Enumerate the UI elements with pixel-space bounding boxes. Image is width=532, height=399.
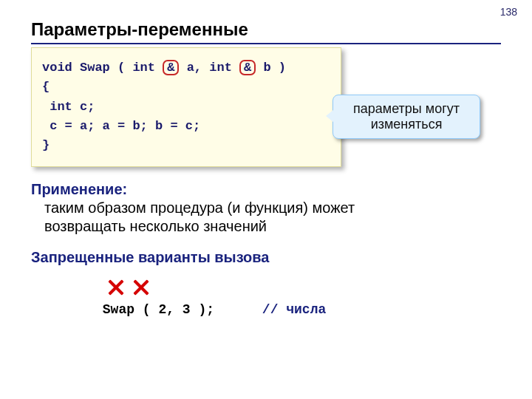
application-body-1: таким образом процедура (и функция) може… bbox=[44, 199, 501, 217]
code-line-1: void Swap ( int & a, int & b ) bbox=[42, 58, 327, 78]
forbidden-heading: Запрещенные варианты вызова bbox=[31, 249, 501, 266]
application-section: Применение: таким образом процедура (и ф… bbox=[31, 180, 501, 236]
application-lead: Применение: bbox=[31, 181, 127, 197]
cross-icon bbox=[133, 279, 149, 296]
callout-params-change: параметры могут изменяться bbox=[332, 95, 480, 139]
callout-line-2: изменяться bbox=[371, 117, 443, 132]
slide: 138 Параметры-переменные void Swap ( int… bbox=[0, 0, 532, 399]
code-line-3: int c; bbox=[42, 98, 327, 117]
application-body-2: возвращать несколько значений bbox=[44, 217, 501, 236]
amp-circle-1: & bbox=[163, 60, 179, 75]
slide-title: Параметры-переменные bbox=[31, 19, 501, 40]
code-seg: a, int bbox=[179, 61, 239, 75]
amp-circle-2: & bbox=[239, 60, 256, 75]
title-rule bbox=[31, 43, 501, 44]
cross-icon bbox=[108, 279, 124, 296]
code-seg: void Swap ( int bbox=[42, 61, 163, 75]
bad-call-1-code: Swap ( 2, 3 ); bbox=[103, 302, 262, 317]
code-seg: b ) bbox=[256, 61, 286, 75]
page-number: 138 bbox=[500, 6, 517, 18]
code-line-4: c = a; a = b; b = c; bbox=[42, 117, 327, 136]
code-line-2: { bbox=[42, 78, 327, 97]
bad-call-1-comment: // числа bbox=[262, 302, 326, 317]
code-line-5: } bbox=[42, 136, 327, 155]
bad-calls: Swap ( 2, 3 ); // числа Swap ( x+z, y+2 … bbox=[55, 272, 501, 399]
bad-call-1: Swap ( 2, 3 ); // числа bbox=[55, 272, 501, 398]
callout-line-1: параметры могут bbox=[353, 101, 460, 116]
code-box-swap: void Swap ( int & a, int & b ) { int c; … bbox=[31, 47, 341, 167]
